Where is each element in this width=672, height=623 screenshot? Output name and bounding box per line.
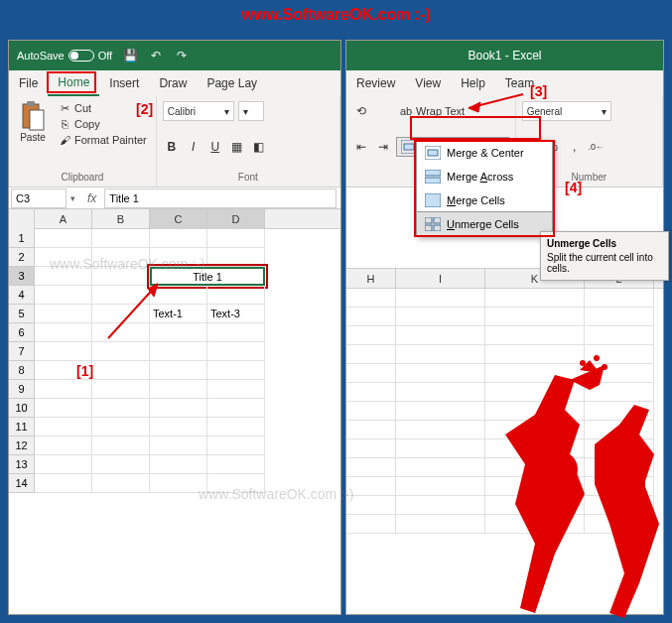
cell[interactable]	[207, 436, 265, 455]
menu-file[interactable]: File	[9, 70, 48, 96]
decrease-decimal-button[interactable]: .0←	[588, 137, 605, 157]
cell[interactable]	[346, 383, 396, 402]
row-header[interactable]: 8	[9, 361, 35, 380]
cell[interactable]	[35, 436, 92, 455]
redo-icon[interactable]: ↷	[174, 48, 190, 63]
cell[interactable]	[35, 474, 92, 493]
cell[interactable]	[396, 458, 485, 477]
col-header-c[interactable]: C	[150, 209, 207, 229]
cell[interactable]	[485, 421, 585, 439]
cell[interactable]	[346, 421, 396, 439]
font-size-select[interactable]: ▾	[238, 101, 264, 121]
row-header[interactable]: 5	[9, 305, 35, 323]
row-header[interactable]: 12	[9, 436, 35, 455]
col-header-i[interactable]: I	[396, 269, 485, 289]
row-header[interactable]: 6	[9, 323, 35, 342]
row-header[interactable]: 11	[9, 418, 35, 436]
cell[interactable]	[150, 380, 207, 399]
cell[interactable]	[396, 308, 485, 326]
cell[interactable]	[35, 342, 92, 361]
cell-d5[interactable]: Text-3	[207, 305, 265, 323]
cell[interactable]	[150, 418, 207, 436]
number-format-select[interactable]: General▾	[522, 101, 611, 121]
indent-increase-button[interactable]: ⇥	[374, 137, 392, 157]
cell[interactable]	[396, 383, 485, 402]
cell[interactable]	[150, 474, 207, 493]
cell[interactable]	[150, 436, 207, 455]
cell[interactable]	[585, 345, 654, 364]
cell[interactable]	[485, 458, 585, 477]
cell[interactable]	[585, 496, 654, 515]
cell[interactable]	[346, 458, 396, 477]
cell[interactable]	[585, 421, 654, 439]
cell[interactable]	[346, 402, 396, 421]
cell[interactable]	[396, 345, 485, 364]
cell[interactable]	[585, 439, 654, 458]
cell[interactable]	[485, 289, 585, 308]
cell[interactable]	[396, 421, 485, 439]
cell[interactable]	[92, 248, 150, 267]
cell[interactable]	[35, 229, 92, 248]
save-icon[interactable]: 💾	[122, 48, 138, 63]
bold-button[interactable]: B	[163, 137, 181, 157]
cell[interactable]	[346, 345, 396, 364]
col-header-a[interactable]: A	[35, 209, 92, 229]
fx-icon[interactable]: fx	[87, 191, 96, 205]
cell[interactable]	[207, 286, 265, 305]
format-painter-button[interactable]: 🖌Format Painter	[55, 132, 150, 148]
cell[interactable]	[207, 248, 265, 267]
cell[interactable]	[346, 326, 396, 345]
merge-across-item[interactable]: Merge Across	[417, 165, 552, 188]
indent-decrease-button[interactable]: ⇤	[352, 137, 370, 157]
cell[interactable]	[346, 515, 396, 534]
formula-bar[interactable]: Title 1	[104, 188, 336, 208]
cell[interactable]	[346, 439, 396, 458]
cell[interactable]	[35, 380, 92, 399]
cell[interactable]	[485, 477, 585, 496]
cell[interactable]	[92, 436, 150, 455]
cell[interactable]	[207, 380, 265, 399]
cell[interactable]	[396, 289, 485, 308]
cell[interactable]	[396, 364, 485, 383]
cell[interactable]	[485, 439, 585, 458]
cell[interactable]	[485, 364, 585, 383]
cell[interactable]	[346, 364, 396, 383]
dropdown-icon[interactable]: ▾	[70, 193, 75, 203]
cell[interactable]	[396, 439, 485, 458]
menu-view[interactable]: View	[405, 70, 451, 96]
cell[interactable]	[485, 496, 585, 515]
cell[interactable]	[207, 418, 265, 436]
copy-button[interactable]: ⎘Copy	[55, 116, 150, 132]
cell[interactable]	[150, 229, 207, 248]
cell[interactable]	[485, 345, 585, 364]
paste-button[interactable]: Paste	[15, 100, 51, 148]
col-header-d[interactable]: D	[207, 209, 265, 229]
cell[interactable]	[207, 342, 265, 361]
cell[interactable]	[585, 383, 654, 402]
cell[interactable]	[207, 361, 265, 380]
row-header[interactable]: 1	[9, 229, 35, 248]
autosave-switch-icon[interactable]	[68, 50, 94, 62]
cell[interactable]	[35, 286, 92, 305]
unmerge-cells-item[interactable]: Unmerge Cells	[416, 211, 553, 237]
cell[interactable]	[207, 323, 265, 342]
menu-draw[interactable]: Draw	[149, 70, 197, 96]
orientation-button[interactable]: ⟲	[352, 101, 370, 121]
row-header[interactable]: 2	[9, 248, 35, 267]
cell[interactable]	[396, 515, 485, 534]
cell[interactable]	[92, 399, 150, 418]
cell[interactable]	[396, 496, 485, 515]
cell[interactable]	[585, 458, 654, 477]
cell[interactable]	[92, 418, 150, 436]
menu-home[interactable]: Home	[48, 70, 99, 96]
cell[interactable]	[35, 267, 92, 286]
cell[interactable]	[92, 361, 150, 380]
cell[interactable]	[585, 477, 654, 496]
cell[interactable]	[150, 248, 207, 267]
cell[interactable]	[396, 402, 485, 421]
fill-color-button[interactable]: ◧	[250, 137, 268, 157]
italic-button[interactable]: I	[185, 137, 202, 157]
cell[interactable]	[207, 399, 265, 418]
comma-button[interactable]: ,	[566, 137, 584, 157]
cell[interactable]	[207, 229, 265, 248]
